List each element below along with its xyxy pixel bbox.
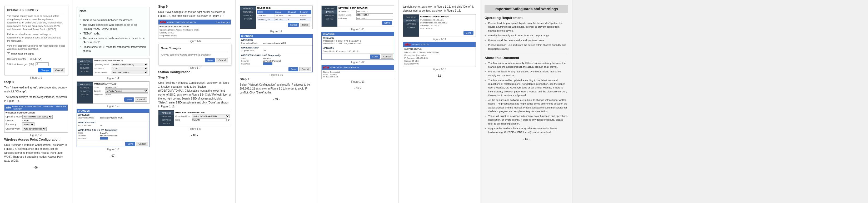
gateway-input[interactable] [356, 17, 393, 20]
page-number-6: - 11 - [403, 74, 476, 77]
chanwidth-select[interactable]: Auto 20/40/80 MHz [22, 127, 46, 131]
nav-network[interactable]: NETWORK [77, 63, 93, 66]
nav-wireless-2[interactable]: WIRELESS [77, 83, 93, 86]
ui-section-title: WIRELESS CONFIGURATION [5, 112, 67, 114]
changes-ssid: WIRELESS SSID 71-proto-s9Bv 10 [77, 120, 149, 128]
nav-sidebar-6: WIRELESS NETWORK SERVICES SYSTEM [403, 14, 419, 37]
figure-1-5-label: Figure 1-5 [76, 105, 150, 108]
about-item-4: All the designs and software are subject… [485, 98, 568, 113]
cancel-btn-5[interactable]: Cancel [381, 55, 393, 59]
country-row: Operating country CHILE [7, 57, 65, 61]
freq-select-2[interactable]: 5 GHz [112, 67, 148, 70]
save-btn-2[interactable]: Save [125, 142, 135, 146]
figure-1-4: WIRELESS NETWORK SERVICES SYSTEM WIRELES… [76, 58, 150, 76]
nav-services-2[interactable]: SERVICES [77, 89, 93, 93]
nav-item-system-3[interactable]: SYSTEM [158, 122, 174, 125]
dialog-cancel-btn[interactable]: Cancel [216, 58, 228, 62]
nav-item-network-3[interactable]: NETWORK [158, 115, 174, 118]
about-doc-heading: About this Document [485, 56, 568, 60]
page-6: top right corner, as shown in Figure 1-1… [399, 0, 480, 203]
security-select[interactable]: airFamily Personal [105, 89, 148, 93]
nav-services-4[interactable]: SERVICES [240, 14, 256, 17]
cancel-btn-2[interactable]: Cancel [136, 142, 148, 146]
figure-1-6-label: Figure 1-6 [76, 148, 150, 151]
password-bar [263, 62, 272, 65]
wi-config-title: WIRELESS CONFIGURATION [94, 59, 148, 62]
ssid-row-2[interactable]: Network_5G -72 dBm 36 WPA2 [257, 18, 311, 21]
nav-network-4[interactable]: NETWORK [240, 10, 256, 14]
save-btn-5[interactable]: Save [370, 55, 380, 59]
mode-select[interactable]: Access Point (auto WDS) [22, 115, 53, 119]
nav-system-2[interactable]: SYSTEM [77, 93, 93, 96]
dahua-logo: atha [6, 106, 11, 109]
changes-row-channeling: Channeling Mode access point (auto WDS) [78, 117, 148, 119]
code-row: 5 GHz Antenna gain (dBi) [7, 62, 65, 66]
ui-country-row: Country CHILE [5, 119, 67, 122]
settings-icon[interactable]: ⚙ [227, 118, 230, 121]
dialog-save-btn[interactable]: Save [205, 58, 215, 62]
page-2: Note [ ] There is no exclusion between t… [72, 0, 154, 203]
nav-item-services-3[interactable]: SERVICES [158, 118, 174, 122]
note-item-2: The device connected with camera is set … [80, 23, 147, 31]
col-signal: Signal [274, 10, 287, 14]
nav-system-6[interactable]: SYSTEM [403, 26, 419, 29]
ssid-row-1[interactable]: DahVPN -65 dBm 149 WPA2 [257, 14, 311, 18]
cancel-button[interactable]: Cancel [53, 68, 65, 72]
nav-wireless-6[interactable]: WIRELESS [403, 16, 419, 19]
subnet-input[interactable] [356, 13, 393, 16]
ssid-input[interactable] [105, 86, 148, 89]
save-btn-3[interactable]: Save [288, 67, 298, 71]
mode-select-3[interactable]: Station (WDS/TDMA/TDMA) [192, 115, 230, 118]
save-btn-4[interactable]: Save [382, 21, 392, 25]
country-select[interactable]: CHILE [28, 57, 42, 61]
nav-item-wireless-3[interactable]: WIRELESS [158, 111, 174, 115]
done-btn-2[interactable]: Done [463, 31, 473, 35]
step7-title: Step 7 [240, 78, 313, 81]
password-input[interactable] [105, 93, 148, 96]
nav-system-5[interactable]: SYSTEM [321, 17, 337, 21]
nav-sidebar-2: WIRELESS NETWORK SERVICES SYSTEM [77, 82, 93, 104]
titlebar-3: atha WIRELESS CONFIGURATION Save Changes [158, 20, 231, 25]
figure-1-14-label: Figure 1-14 [403, 38, 476, 41]
save-dialog: Save Changes Are you sure you want to ap… [158, 44, 231, 65]
agree-checkbox[interactable] [7, 52, 10, 55]
done-btn[interactable]: Done [300, 23, 310, 27]
cancel-btn-1[interactable]: Cancel [135, 97, 147, 102]
select-btn[interactable]: Select [288, 23, 299, 27]
nav-wireless-5[interactable]: WIRELESS [321, 7, 337, 10]
country-label: Operating country [7, 58, 26, 60]
nav-system[interactable]: SYSTEM [77, 70, 93, 73]
ip-input[interactable] [356, 10, 393, 13]
chanwidth-select-2[interactable]: Auto 20/40/80 MHz [112, 70, 148, 74]
nav-services-6[interactable]: SERVICES [403, 22, 419, 26]
checkbox-row[interactable]: I have read and agree [7, 52, 65, 55]
nav-sidebar: WIRELESS NETWORK SERVICES SYSTEM [77, 58, 93, 76]
nav-network-2[interactable]: NETWORK [77, 86, 93, 89]
cancel-btn-3[interactable]: Cancel [299, 67, 311, 71]
nav-system-4[interactable]: SYSTEM [240, 17, 256, 21]
figure-1-3-window: atha WIRELESS CONFIGURATION NETWORK SERV… [4, 105, 68, 133]
code-input[interactable] [35, 62, 49, 66]
nav-sidebar-3: WIRELESS NETWORK SERVICES SYSTEM [158, 110, 174, 126]
mode-select-2[interactable]: Access Point (auto WDS) [112, 63, 148, 66]
figure-1-15-label: Figure 1-15 [403, 68, 476, 71]
page-number-4: - 09 - [240, 98, 313, 101]
nav-network-6[interactable]: NETWORK [403, 19, 419, 22]
step3-title: Step 3 [4, 80, 68, 84]
nav-network-5[interactable]: NETWORK [321, 10, 337, 14]
nav-services[interactable]: SERVICES [77, 66, 93, 70]
figure-1-13-win: atha WIRELESS CONFIGURATION Status: Conn… [321, 65, 394, 79]
nav-wireless-4[interactable]: WIRELESS [240, 7, 256, 10]
popup-buttons: Change Cancel [7, 68, 65, 72]
change-button[interactable]: Change [38, 68, 51, 72]
ssid-input-2[interactable] [192, 118, 227, 121]
figure-1-15-win: atha SYSTEM STATUS SYSTEM STATUS Wireles… [403, 42, 476, 67]
freq-select[interactable]: 5 GHz [22, 122, 34, 126]
popup-body2: Failure or refusal to set correct settin… [7, 33, 65, 42]
page-4: WIRELESS NETWORK SERVICES SYSTEM SELECT … [236, 0, 317, 203]
nav-services-5[interactable]: SERVICES [321, 14, 337, 17]
note-brackets: [ ] [80, 14, 147, 17]
nav-wireless[interactable]: WIRELESS [77, 59, 93, 63]
save-btn-1[interactable]: Save [124, 97, 134, 102]
about-item-5: There still might be deviation in techni… [485, 114, 568, 125]
